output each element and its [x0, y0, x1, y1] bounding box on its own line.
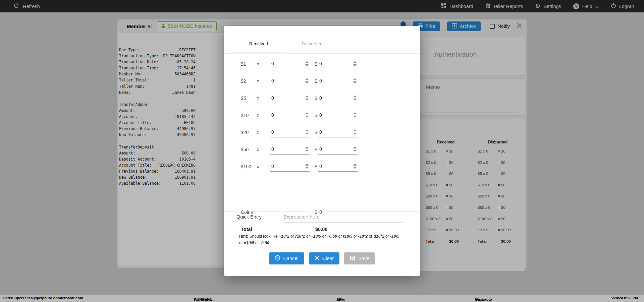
count-input[interactable]: 0: [270, 144, 310, 155]
denomination-row: $5 x 0 $ 0: [224, 89, 420, 107]
amount-spinner[interactable]: [353, 61, 357, 66]
denomination-row: $50 x 0 $ 0: [224, 141, 420, 158]
count-spinner[interactable]: [305, 164, 309, 169]
amount-spinner[interactable]: [353, 78, 357, 83]
amount-spinner[interactable]: [353, 95, 357, 101]
modal-tabs: Received Disbursed: [224, 26, 420, 54]
hint-expression: r10/5: [342, 234, 352, 239]
count-spinner[interactable]: [305, 146, 309, 152]
amount-input[interactable]: 0: [318, 162, 358, 172]
dollar-prefix: $: [310, 96, 318, 101]
dollar-prefix: $: [310, 113, 318, 118]
total-label: Total: [241, 227, 257, 232]
denomination-label: $5: [241, 96, 257, 101]
hint-expression: -10*2: [357, 234, 368, 239]
count-spinner[interactable]: [305, 95, 309, 101]
amount-spinner[interactable]: [353, 129, 357, 135]
hint-expression: +0.50: [326, 234, 337, 239]
clear-label: Clear: [322, 256, 334, 261]
count-input[interactable]: 0: [270, 59, 310, 69]
denomination-label: $1: [241, 61, 257, 67]
amount-input[interactable]: 0: [318, 110, 358, 120]
total-value: $0.00: [310, 227, 358, 232]
hint-expression: d10*2: [372, 234, 384, 239]
cancel-button[interactable]: Cancel: [269, 252, 304, 264]
dollar-prefix: $: [310, 164, 318, 169]
tab-disbursed[interactable]: Disbursed: [285, 38, 339, 53]
multiply-symbol: x: [257, 61, 270, 66]
quick-entry-input[interactable]: [283, 211, 403, 223]
cancel-label: Cancel: [283, 256, 299, 261]
hint-expression: -0.80: [259, 241, 269, 245]
count-spinner[interactable]: [305, 61, 309, 66]
multiply-symbol: x: [257, 96, 270, 101]
hint-expression: +10*2: [279, 234, 289, 239]
clear-icon: [315, 256, 319, 261]
multiply-symbol: x: [257, 147, 270, 152]
denomination-row: $1 x 0 $ 0: [224, 55, 420, 72]
dollar-prefix: $: [310, 147, 318, 152]
cash-entry-dialog: Received Disbursed $1 x 0 $ 0 $2 x 0 $ 0…: [224, 26, 420, 276]
denomination-row: $2 x 0 $ 0: [224, 72, 420, 89]
count-spinner[interactable]: [305, 129, 309, 135]
quick-entry-label: Quick Entry: [236, 214, 262, 220]
count-input[interactable]: 0: [270, 76, 310, 86]
hint-expression: -10/5: [389, 234, 399, 239]
dollar-prefix: $: [310, 78, 318, 84]
count-input[interactable]: 0: [270, 110, 310, 120]
amount-input[interactable]: 0: [318, 144, 358, 155]
multiply-symbol: x: [257, 130, 270, 135]
denomination-label: $2: [241, 78, 257, 84]
denomination-row: $20 x 0 $ 0: [224, 124, 420, 141]
hint-expression: +10/5: [310, 234, 321, 239]
denomination-row: $100 x 0 $ 0: [224, 158, 420, 175]
dollar-prefix: $: [310, 61, 318, 67]
amount-spinner[interactable]: [353, 164, 357, 169]
count-input[interactable]: 0: [270, 93, 310, 103]
multiply-symbol: x: [257, 113, 270, 118]
multiply-symbol: x: [257, 164, 270, 169]
count-spinner[interactable]: [305, 112, 309, 118]
multiply-symbol: x: [257, 78, 270, 83]
dollar-prefix: $: [310, 130, 318, 135]
hint-expression: r10*2: [294, 234, 305, 239]
denomination-row: $10 x 0 $ 0: [224, 107, 420, 124]
quick-entry-hint: Hint: Should look like +10*2 or r10*2 or…: [239, 233, 401, 246]
amount-input[interactable]: 0: [318, 59, 358, 69]
amount-input[interactable]: 0: [318, 127, 358, 137]
amount-spinner[interactable]: [353, 146, 357, 152]
save-button[interactable]: Save: [344, 252, 375, 264]
denomination-rows: $1 x 0 $ 0 $2 x 0 $ 0 $5 x 0 $: [224, 55, 420, 175]
clear-button[interactable]: Clear: [309, 252, 340, 264]
amount-input[interactable]: 0: [318, 76, 358, 86]
denomination-label: $50: [241, 147, 257, 152]
count-input[interactable]: 0: [270, 127, 310, 137]
save-icon: [350, 255, 355, 262]
save-label: Save: [358, 256, 369, 261]
cancel-icon: [275, 255, 280, 262]
count-spinner[interactable]: [305, 78, 309, 83]
denomination-label: $100: [241, 164, 257, 169]
count-input[interactable]: 0: [270, 162, 310, 172]
denomination-label: $10: [241, 113, 257, 118]
amount-spinner[interactable]: [353, 112, 357, 118]
tab-received[interactable]: Received: [232, 38, 285, 53]
modal-buttons: Cancel Clear Save: [224, 252, 420, 264]
denomination-label: $20: [241, 130, 257, 135]
amount-input[interactable]: 0: [318, 93, 358, 103]
hint-expression: d10/5: [243, 241, 254, 245]
